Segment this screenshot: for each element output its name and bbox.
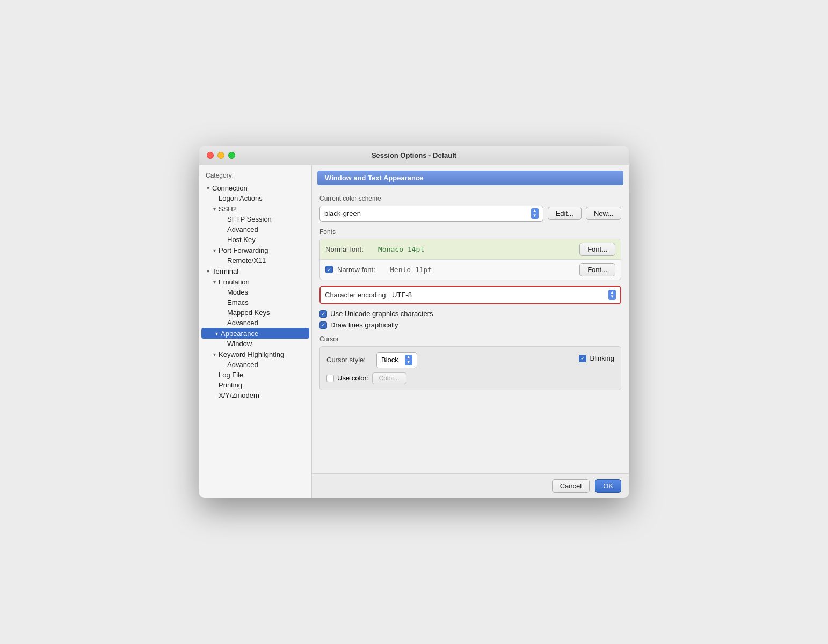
window-content: Category: ▾ConnectionLogon Actions▾SSH2S… bbox=[199, 165, 629, 498]
use-color-row: Use color: Color... bbox=[326, 372, 614, 384]
color-button[interactable]: Color... bbox=[372, 372, 406, 384]
sidebar-item-label: SSH2 bbox=[219, 205, 237, 213]
cursor-section: Cursor Cursor style: Block ▲▼ ✓ Blinki bbox=[319, 335, 621, 390]
sidebar-item-advanced-ssh2[interactable]: Advanced bbox=[199, 224, 311, 235]
cursor-style-value: Block bbox=[381, 356, 398, 364]
sidebar-item-label: SFTP Session bbox=[227, 215, 272, 223]
cursor-style-row: Cursor style: Block ▲▼ ✓ Blinking bbox=[326, 352, 614, 368]
sidebar-item-port-forwarding[interactable]: ▾Port Forwarding bbox=[199, 245, 311, 255]
sidebar-item-label: X/Y/Zmodem bbox=[219, 391, 259, 399]
cursor-style-label: Cursor style: bbox=[326, 356, 366, 364]
normal-font-label: Normal font: bbox=[325, 245, 374, 253]
blinking-checkbox[interactable]: ✓ bbox=[579, 355, 586, 362]
fonts-section: Normal font: Monaco 14pt Font... ✓ Narro… bbox=[319, 239, 621, 280]
color-scheme-arrows-icon: ▲▼ bbox=[531, 208, 539, 219]
category-label: Category: bbox=[199, 170, 311, 182]
sidebar-item-label: Log File bbox=[219, 371, 243, 379]
chevron-icon: ▾ bbox=[204, 184, 212, 192]
sidebar-item-connection[interactable]: ▾Connection bbox=[199, 182, 311, 193]
checkbox-row-draw-lines: ✓Draw lines graphically bbox=[319, 321, 621, 329]
edit-button[interactable]: Edit... bbox=[548, 207, 582, 220]
normal-font-button[interactable]: Font... bbox=[579, 243, 615, 256]
sidebar-item-keyword-highlighting[interactable]: ▾Keyword Highlighting bbox=[199, 349, 311, 360]
sidebar-item-remote-x11[interactable]: Remote/X11 bbox=[199, 255, 311, 266]
checkbox-row-unicode-graphics: ✓Use Unicode graphics characters bbox=[319, 310, 621, 318]
sidebar-item-mapped-keys[interactable]: Mapped Keys bbox=[199, 308, 311, 318]
section-header: Window and Text Appearance bbox=[317, 171, 623, 185]
sidebar-item-label: Appearance bbox=[221, 330, 258, 338]
panel-body: Current color scheme black-green ▲▼ Edit… bbox=[312, 189, 629, 473]
sidebar-item-emacs[interactable]: Emacs bbox=[199, 297, 311, 308]
footer: Cancel OK bbox=[312, 473, 629, 498]
main-panel: Window and Text Appearance Current color… bbox=[312, 165, 629, 498]
sidebar-item-label: Modes bbox=[227, 288, 248, 296]
color-scheme-select[interactable]: black-green ▲▼ bbox=[319, 206, 543, 222]
ok-button[interactable]: OK bbox=[595, 479, 621, 493]
normal-font-row: Normal font: Monaco 14pt Font... bbox=[320, 239, 621, 259]
sidebar-item-xyzmodem[interactable]: X/Y/Zmodem bbox=[199, 390, 311, 400]
sidebar-item-label: Advanced bbox=[227, 319, 258, 327]
chevron-icon: ▾ bbox=[210, 277, 219, 286]
color-scheme-row: black-green ▲▼ Edit... New... bbox=[319, 206, 621, 222]
sidebar-item-label: Printing bbox=[219, 381, 242, 389]
blinking-row: ✓ Blinking bbox=[579, 354, 614, 362]
encoding-select[interactable]: UTF-8 ▲▼ bbox=[392, 290, 616, 301]
sidebar-item-appearance[interactable]: ▾Appearance bbox=[201, 328, 309, 339]
sidebar-item-label: Port Forwarding bbox=[219, 246, 268, 254]
sidebar-item-logon-actions[interactable]: Logon Actions bbox=[199, 193, 311, 203]
color-scheme-value: black-green bbox=[324, 209, 361, 217]
use-color-checkbox[interactable] bbox=[326, 375, 334, 382]
sidebar-item-emulation[interactable]: ▾Emulation bbox=[199, 276, 311, 287]
sidebar-item-ssh2[interactable]: ▾SSH2 bbox=[199, 203, 311, 214]
narrow-font-button[interactable]: Font... bbox=[579, 263, 615, 276]
sidebar-item-label: Remote/X11 bbox=[227, 257, 266, 265]
sidebar-item-advanced-keyword[interactable]: Advanced bbox=[199, 360, 311, 370]
encoding-value: UTF-8 bbox=[392, 291, 412, 299]
chevron-icon: ▾ bbox=[204, 267, 212, 275]
sidebar: Category: ▾ConnectionLogon Actions▾SSH2S… bbox=[199, 165, 312, 498]
new-button[interactable]: New... bbox=[586, 207, 621, 220]
fonts-label: Fonts bbox=[319, 228, 621, 236]
narrow-font-label: Narrow font: bbox=[337, 266, 386, 274]
draw-lines-checkbox[interactable]: ✓ bbox=[319, 321, 327, 329]
checkboxes-container: ✓Use Unicode graphics characters✓Draw li… bbox=[319, 310, 621, 329]
sidebar-item-modes[interactable]: Modes bbox=[199, 287, 311, 297]
sidebar-item-label: Mapped Keys bbox=[227, 309, 270, 317]
use-color-label: Use color: bbox=[337, 374, 369, 382]
sidebar-item-label: Advanced bbox=[227, 225, 258, 233]
sidebar-item-label: Window bbox=[227, 340, 252, 348]
chevron-icon: ▾ bbox=[210, 246, 219, 254]
sidebar-tree: ▾ConnectionLogon Actions▾SSH2SFTP Sessio… bbox=[199, 182, 311, 400]
encoding-label: Character encoding: bbox=[325, 291, 388, 299]
session-options-window: Session Options - Default Category: ▾Con… bbox=[199, 146, 629, 498]
sidebar-item-terminal[interactable]: ▾Terminal bbox=[199, 266, 311, 276]
minimize-button[interactable] bbox=[217, 152, 224, 159]
sidebar-item-label: Advanced bbox=[227, 361, 258, 369]
cancel-button[interactable]: Cancel bbox=[552, 479, 590, 493]
encoding-row: Character encoding: UTF-8 ▲▼ bbox=[319, 286, 621, 305]
blinking-label: Blinking bbox=[590, 354, 614, 362]
sidebar-item-label: Host Key bbox=[227, 236, 256, 244]
sidebar-item-advanced-terminal[interactable]: Advanced bbox=[199, 318, 311, 328]
cursor-style-arrows-icon: ▲▼ bbox=[405, 355, 412, 365]
encoding-arrows-icon: ▲▼ bbox=[608, 290, 616, 301]
cursor-group-label: Cursor bbox=[319, 335, 621, 343]
draw-lines-label: Draw lines graphically bbox=[330, 321, 398, 329]
sidebar-item-printing[interactable]: Printing bbox=[199, 380, 311, 390]
sidebar-item-host-key[interactable]: Host Key bbox=[199, 235, 311, 245]
maximize-button[interactable] bbox=[228, 152, 235, 159]
chevron-icon: ▾ bbox=[212, 329, 221, 338]
narrow-font-row: ✓ Narrow font: Menlo 11pt Font... bbox=[320, 259, 621, 280]
close-button[interactable] bbox=[207, 152, 214, 159]
sidebar-item-sftp-session[interactable]: SFTP Session bbox=[199, 214, 311, 224]
cursor-style-select[interactable]: Block ▲▼ bbox=[376, 352, 417, 368]
window-title: Session Options - Default bbox=[372, 151, 456, 159]
sidebar-item-label: Keyword Highlighting bbox=[219, 350, 284, 358]
narrow-font-checkbox[interactable]: ✓ bbox=[325, 266, 333, 273]
sidebar-item-log-file[interactable]: Log File bbox=[199, 370, 311, 380]
titlebar: Session Options - Default bbox=[199, 146, 629, 165]
narrow-font-value: Menlo 11pt bbox=[390, 266, 575, 274]
sidebar-item-window[interactable]: Window bbox=[199, 339, 311, 349]
traffic-lights bbox=[207, 152, 235, 159]
unicode-graphics-checkbox[interactable]: ✓ bbox=[319, 310, 327, 318]
